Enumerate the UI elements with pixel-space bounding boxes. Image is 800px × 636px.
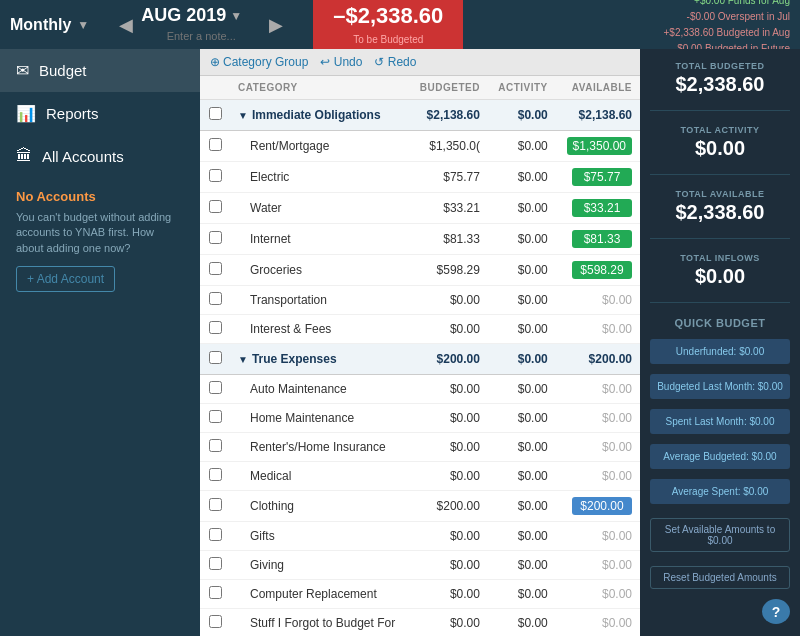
group-activity: $0.00	[488, 100, 556, 131]
row-checkbox[interactable]	[209, 557, 222, 570]
row-checkbox-cell	[200, 522, 230, 551]
row-budgeted[interactable]: $200.00	[409, 491, 488, 522]
total-available-label: TOTAL AVAILABLE	[650, 189, 790, 199]
toggle-icon[interactable]: ▼	[238, 110, 248, 121]
row-checkbox[interactable]	[209, 586, 222, 599]
sidebar-item-budget[interactable]: ✉ Budget	[0, 49, 200, 92]
total-budgeted-value: $2,338.60	[650, 73, 790, 96]
budget-label: To be Budgeted	[353, 34, 423, 45]
help-button[interactable]: ?	[762, 599, 790, 624]
category-group-button[interactable]: ⊕ Category Group	[210, 55, 308, 69]
available-badge: $200.00	[572, 497, 632, 515]
average-budgeted-button[interactable]: Average Budgeted: $0.00	[650, 444, 790, 469]
available-badge: $33.21	[572, 199, 632, 217]
row-checkbox[interactable]	[209, 231, 222, 244]
group-checkbox[interactable]	[209, 351, 222, 364]
row-checkbox[interactable]	[209, 138, 222, 151]
average-spent-button[interactable]: Average Spent: $0.00	[650, 479, 790, 504]
row-budgeted[interactable]: $81.33	[409, 224, 488, 255]
row-checkbox[interactable]	[209, 468, 222, 481]
row-category-name: Interest & Fees	[230, 315, 409, 344]
note-input[interactable]	[141, 30, 261, 42]
row-checkbox-cell	[200, 224, 230, 255]
row-checkbox-cell	[200, 375, 230, 404]
row-budgeted[interactable]: $0.00	[409, 315, 488, 344]
row-checkbox[interactable]	[209, 200, 222, 213]
table-row: Auto Maintenance $0.00 $0.00 $0.00	[200, 375, 640, 404]
group-name: ▼Immediate Obligations	[230, 100, 409, 131]
reset-amounts-button[interactable]: Reset Budgeted Amounts	[650, 566, 790, 589]
add-account-button[interactable]: + Add Account	[16, 266, 115, 292]
row-category-name: Water	[230, 193, 409, 224]
row-checkbox[interactable]	[209, 169, 222, 182]
spent-last-month-value: $0.00	[749, 416, 774, 427]
row-category-name: Computer Replacement	[230, 580, 409, 609]
spent-last-month-button[interactable]: Spent Last Month: $0.00	[650, 409, 790, 434]
row-budgeted[interactable]: $0.00	[409, 522, 488, 551]
table-row: Computer Replacement $0.00 $0.00 $0.00	[200, 580, 640, 609]
info-line-1: +$0.00 Funds for Aug	[663, 0, 790, 9]
set-available-button[interactable]: Set Available Amounts to $0.00	[650, 518, 790, 552]
row-checkbox-cell	[200, 255, 230, 286]
row-budgeted[interactable]: $0.00	[409, 286, 488, 315]
row-checkbox-cell	[200, 193, 230, 224]
row-budgeted[interactable]: $0.00	[409, 462, 488, 491]
monthly-selector[interactable]: Monthly ▼	[10, 16, 89, 34]
row-available: $0.00	[556, 315, 640, 344]
row-checkbox[interactable]	[209, 498, 222, 511]
underfunded-button[interactable]: Underfunded: $0.00	[650, 339, 790, 364]
row-activity: $0.00	[488, 609, 556, 637]
row-budgeted[interactable]: $0.00	[409, 551, 488, 580]
row-activity: $0.00	[488, 315, 556, 344]
month-dropdown-icon[interactable]: ▼	[230, 9, 242, 23]
next-month-button[interactable]: ▶	[269, 16, 283, 34]
category-group-row: ▼Immediate Obligations $2,138.60 $0.00 $…	[200, 100, 640, 131]
row-available: $0.00	[556, 522, 640, 551]
row-checkbox[interactable]	[209, 528, 222, 541]
row-budgeted[interactable]: $0.00	[409, 580, 488, 609]
sidebar-item-all-accounts[interactable]: 🏛 All Accounts	[0, 135, 200, 177]
row-checkbox[interactable]	[209, 439, 222, 452]
info-line-2: -$0.00 Overspent in Jul	[663, 9, 790, 25]
row-budgeted[interactable]: $33.21	[409, 193, 488, 224]
prev-month-button[interactable]: ◀	[119, 16, 133, 34]
budget-table-container[interactable]: CATEGORY BUDGETED ACTIVITY AVAILABLE ▼Im…	[200, 76, 640, 636]
toggle-icon[interactable]: ▼	[238, 354, 248, 365]
row-checkbox[interactable]	[209, 410, 222, 423]
col-checkbox	[200, 76, 230, 100]
row-available: $33.21	[556, 193, 640, 224]
row-budgeted[interactable]: $0.00	[409, 433, 488, 462]
budgeted-last-month-label: Budgeted Last Month:	[657, 381, 755, 392]
row-budgeted[interactable]: $0.00	[409, 609, 488, 637]
month-navigation: ◀ AUG 2019 ▼ ▶	[119, 5, 283, 44]
row-activity: $0.00	[488, 162, 556, 193]
budget-table: CATEGORY BUDGETED ACTIVITY AVAILABLE ▼Im…	[200, 76, 640, 636]
row-checkbox[interactable]	[209, 292, 222, 305]
budgeted-last-month-button[interactable]: Budgeted Last Month: $0.00	[650, 374, 790, 399]
row-budgeted[interactable]: $1,350.0(	[409, 131, 488, 162]
table-row: Stuff I Forgot to Budget For $0.00 $0.00…	[200, 609, 640, 637]
sidebar-item-reports[interactable]: 📊 Reports	[0, 92, 200, 135]
table-row: Interest & Fees $0.00 $0.00 $0.00	[200, 315, 640, 344]
undo-button[interactable]: ↩ Undo	[320, 55, 362, 69]
group-activity: $0.00	[488, 344, 556, 375]
row-category-name: Home Maintenance	[230, 404, 409, 433]
row-category-name: Internet	[230, 224, 409, 255]
row-checkbox[interactable]	[209, 262, 222, 275]
total-budgeted-block: TOTAL BUDGETED $2,338.60	[650, 61, 790, 96]
available-badge: $75.77	[572, 168, 632, 186]
row-checkbox[interactable]	[209, 615, 222, 628]
total-inflows-label: TOTAL INFLOWS	[650, 253, 790, 263]
available-value: $0.00	[602, 616, 632, 630]
group-checkbox[interactable]	[209, 107, 222, 120]
available-badge: $1,350.00	[567, 137, 632, 155]
row-budgeted[interactable]: $598.29	[409, 255, 488, 286]
row-checkbox[interactable]	[209, 321, 222, 334]
row-budgeted[interactable]: $75.77	[409, 162, 488, 193]
row-budgeted[interactable]: $0.00	[409, 375, 488, 404]
row-activity: $0.00	[488, 522, 556, 551]
group-budgeted: $200.00	[409, 344, 488, 375]
row-budgeted[interactable]: $0.00	[409, 404, 488, 433]
redo-button[interactable]: ↺ Redo	[374, 55, 416, 69]
row-checkbox[interactable]	[209, 381, 222, 394]
